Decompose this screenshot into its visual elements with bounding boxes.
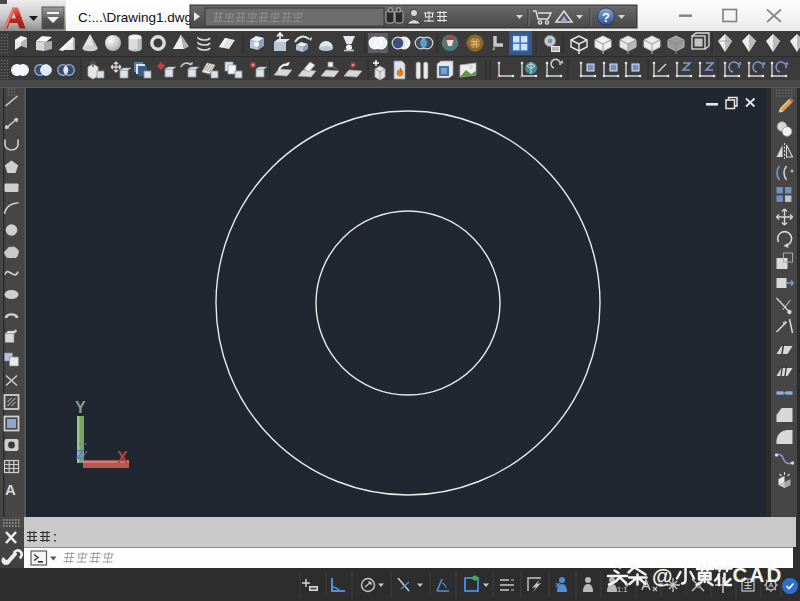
svg-text:1:1: 1:1 [617,585,627,594]
svg-text:X: X [117,449,128,466]
svg-text:?: ? [602,10,610,25]
svg-text:A: A [5,481,16,498]
svg-text:Y: Y [75,399,86,416]
svg-text:Z: Z [76,447,84,462]
svg-text:@: @ [652,564,672,587]
svg-text:C:...\Drawing1.dwg: C:...\Drawing1.dwg [78,10,192,25]
svg-text:CAD: CAD [733,563,784,586]
